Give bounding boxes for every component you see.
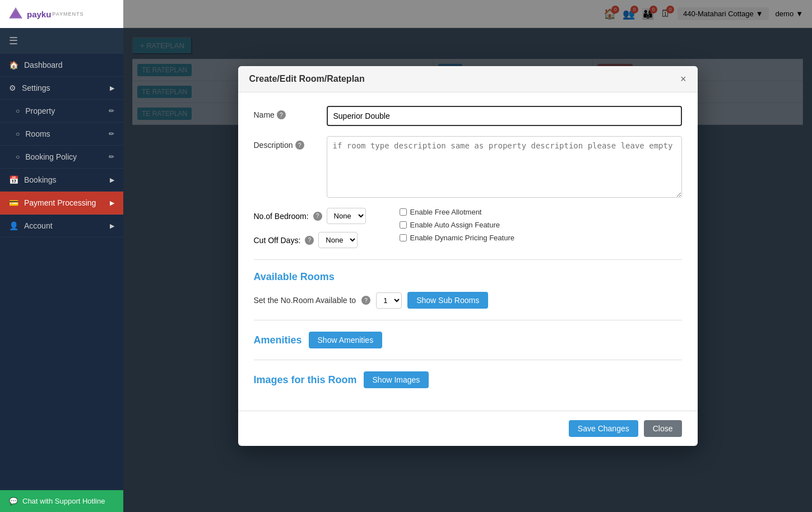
divider-1 [254, 259, 682, 260]
cutoff-label: Cut Off Days: [254, 236, 301, 245]
name-help-icon[interactable]: ? [277, 110, 286, 119]
payment-arrow-icon: ▶ [110, 199, 114, 207]
show-amenities-button[interactable]: Show Amenities [309, 332, 383, 348]
logo: payku PAYMENTS [0, 0, 123, 28]
name-label: Name ? [254, 106, 327, 119]
modal-footer: Save Changes Close [238, 411, 698, 446]
sidebar-item-payment-processing[interactable]: 💳 Payment Processing ▶ [0, 192, 123, 215]
sidebar-item-rooms[interactable]: ○ Rooms ✏ [0, 123, 123, 146]
images-heading: Images for this Room [254, 374, 357, 386]
rooms-edit-icon[interactable]: ✏ [109, 130, 114, 138]
divider-3 [254, 360, 682, 360]
bedroom-checkboxes-row: No.of Bedroom: ? None 1 2 3 4 5 [254, 208, 682, 248]
close-button[interactable]: Close [644, 420, 682, 437]
available-rooms-heading: Available Rooms [254, 271, 335, 283]
available-rooms-section: Available Rooms [254, 271, 682, 283]
description-label: Description ? [254, 136, 327, 150]
enable-auto-assign-checkbox[interactable]: Enable Auto Assign Feature [400, 221, 514, 229]
logo-text: payku [27, 10, 51, 19]
description-textarea[interactable] [327, 136, 682, 198]
room-count-select[interactable]: 1 2 3 4 5 [376, 292, 402, 309]
description-field-row: Description ? [254, 136, 682, 198]
show-images-button[interactable]: Show Images [364, 371, 429, 388]
bedroom-help-icon[interactable]: ? [313, 212, 322, 221]
save-changes-button[interactable]: Save Changes [569, 420, 638, 437]
sidebar-item-bookings[interactable]: 📅 Bookings ▶ [0, 169, 123, 192]
sidebar-item-account[interactable]: 👤 Account ▶ [0, 215, 123, 238]
main-content: 🏠 0 👥 0 👨‍👩‍👦 0 🗓 0 440-Matahari Cottage… [123, 0, 812, 512]
enable-auto-assign-input[interactable] [400, 221, 407, 229]
bookings-arrow-icon: ▶ [110, 176, 114, 184]
modal-close-button[interactable]: × [680, 74, 686, 84]
dashboard-icon: 🏠 [9, 60, 18, 69]
modal-overlay: Create/Edit Room/Rateplan × Name ? Descr… [123, 0, 812, 512]
account-arrow-icon: ▶ [110, 222, 114, 230]
cutoff-row: Cut Off Days: ? None 1 2 3 4 5 6 7 [254, 232, 366, 248]
property-icon: ○ [16, 107, 20, 115]
images-section: Images for this Room Show Images [254, 371, 682, 388]
checkboxes-col: Enable Free Allotment Enable Auto Assign… [400, 208, 514, 248]
bedroom-row: No.of Bedroom: ? None 1 2 3 4 5 [254, 208, 366, 224]
chat-support-button[interactable]: 💬 Chat with Support Hotline [0, 490, 123, 512]
rooms-icon: ○ [16, 130, 20, 138]
cutoff-help-icon[interactable]: ? [305, 236, 314, 245]
name-input[interactable] [327, 106, 682, 126]
amenities-section: Amenities Show Amenities [254, 332, 682, 348]
show-sub-rooms-button[interactable]: Show Sub Rooms [407, 292, 488, 309]
available-rooms-help-icon[interactable]: ? [361, 296, 370, 305]
modal-header: Create/Edit Room/Rateplan × [238, 66, 698, 92]
logo-sub: PAYMENTS [52, 11, 83, 17]
booking-policy-edit-icon[interactable]: ✏ [109, 153, 114, 161]
name-field-row: Name ? [254, 106, 682, 126]
enable-free-allotment-checkbox[interactable]: Enable Free Allotment [400, 208, 514, 216]
bedroom-label: No.of Bedroom: [254, 212, 309, 221]
account-icon: 👤 [9, 221, 18, 230]
svg-marker-1 [10, 10, 21, 17]
cutoff-select[interactable]: None 1 2 3 4 5 6 7 [318, 232, 358, 248]
property-edit-icon[interactable]: ✏ [109, 107, 114, 115]
sidebar-item-property[interactable]: ○ Property ✏ [0, 100, 123, 123]
sidebar-item-booking-policy[interactable]: ○ Booking Policy ✏ [0, 146, 123, 169]
dropdowns-col: No.of Bedroom: ? None 1 2 3 4 5 [254, 208, 366, 248]
enable-dynamic-pricing-checkbox[interactable]: Enable Dynamic Pricing Feature [400, 234, 514, 242]
description-help-icon[interactable]: ? [295, 141, 304, 150]
logo-icon [8, 6, 24, 22]
available-rooms-row: Set the No.Room Available to ? 1 2 3 4 5… [254, 292, 682, 309]
amenities-heading: Amenities [254, 334, 302, 346]
sidebar-item-settings[interactable]: ⚙ Settings ▶ [0, 77, 123, 100]
divider-2 [254, 320, 682, 320]
modal-body: Name ? Description ? [238, 92, 698, 411]
available-rooms-label: Set the No.Room Available to [254, 296, 356, 305]
payment-icon: 💳 [9, 198, 18, 207]
settings-arrow-icon: ▶ [110, 85, 114, 92]
sidebar-item-dashboard[interactable]: 🏠 Dashboard [0, 54, 123, 77]
settings-icon: ⚙ [9, 83, 16, 92]
sidebar: payku PAYMENTS ☰ 🏠 Dashboard ⚙ Settings … [0, 0, 123, 512]
sidebar-toggle[interactable]: ☰ [0, 28, 123, 54]
create-edit-room-modal: Create/Edit Room/Rateplan × Name ? Descr… [238, 66, 698, 446]
whatsapp-icon: 💬 [9, 497, 18, 505]
bookings-icon: 📅 [9, 175, 18, 184]
modal-title: Create/Edit Room/Rateplan [249, 74, 365, 84]
enable-dynamic-pricing-input[interactable] [400, 234, 407, 241]
enable-free-allotment-input[interactable] [400, 208, 407, 216]
booking-policy-icon: ○ [16, 153, 20, 161]
bedroom-select[interactable]: None 1 2 3 4 5 [327, 208, 366, 224]
